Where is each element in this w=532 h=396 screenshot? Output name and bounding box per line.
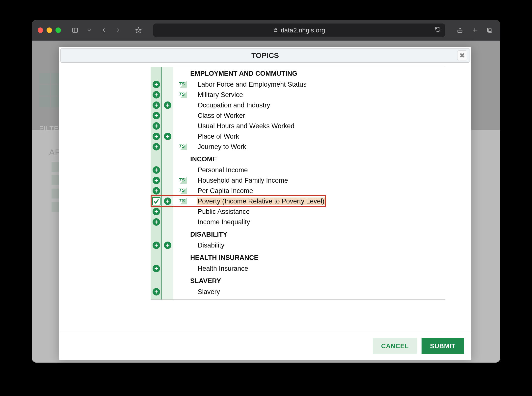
topic-label: Military Service — [198, 91, 243, 99]
time-series-badge: TS — [177, 81, 187, 88]
add-topic-col-a-button[interactable] — [153, 133, 160, 140]
svg-rect-10 — [155, 84, 158, 85]
svg-rect-34 — [166, 201, 169, 202]
topic-row[interactable]: Usual Hours and Weeks Worked — [151, 121, 445, 131]
topic-row[interactable]: TSPer Capita Income — [151, 186, 445, 196]
svg-rect-16 — [166, 105, 169, 106]
svg-rect-18 — [155, 115, 158, 116]
add-topic-col-a-button[interactable] — [153, 288, 160, 296]
close-window-button[interactable] — [38, 27, 43, 33]
forward-button[interactable] — [113, 25, 123, 35]
add-topic-col-a-button[interactable] — [153, 265, 160, 272]
topic-row[interactable]: Personal Income — [151, 165, 445, 175]
topics-list: EMPLOYMENT AND COMMUTINGTSLabor Force an… — [151, 67, 445, 299]
add-topic-col-b-button[interactable] — [164, 242, 171, 249]
topic-row[interactable]: TSLabor Force and Employment Status — [151, 79, 445, 90]
page-viewport: FILTER APF TOPICS ✖ EMPLOYMENT AND COMMU… — [32, 41, 500, 363]
topic-label: Per Capita Income — [198, 187, 253, 195]
back-button[interactable] — [99, 25, 108, 35]
topic-label: Public Assistance — [198, 208, 250, 216]
lock-icon — [273, 26, 278, 34]
submit-button[interactable]: SUBMIT — [422, 338, 464, 354]
topic-row[interactable]: TSJourney to Work — [151, 142, 445, 152]
time-series-badge: TS — [177, 92, 187, 98]
add-topic-col-a-button[interactable] — [153, 177, 160, 184]
sidebar-toggle-button[interactable] — [70, 25, 80, 35]
topic-label: Personal Income — [198, 166, 248, 174]
group-title: HEALTH INSURANCE — [190, 254, 259, 262]
time-series-badge: TS — [177, 198, 187, 204]
topic-row[interactable]: Income Inequality — [151, 217, 445, 227]
svg-rect-14 — [155, 105, 158, 106]
topic-row[interactable]: Occupation and Industry — [151, 100, 445, 110]
add-topic-col-b-button[interactable] — [164, 198, 171, 205]
svg-rect-28 — [155, 170, 158, 171]
topic-label: Poverty (Income Relative to Poverty Leve… — [197, 198, 325, 205]
url-text: data2.nhgis.org — [281, 26, 325, 34]
topic-row[interactable]: Class of Worker — [151, 110, 445, 121]
topic-row[interactable]: TSPoverty (Income Relative to Poverty Le… — [151, 196, 445, 206]
url-bar[interactable]: data2.nhgis.org — [153, 24, 445, 37]
tab-group-dropdown[interactable] — [85, 25, 94, 35]
topic-label: Health Insurance — [198, 265, 248, 272]
dialog-body: EMPLOYMENT AND COMMUTINGTSLabor Force an… — [69, 67, 461, 332]
add-topic-col-a-button[interactable] — [153, 166, 160, 174]
maximize-window-button[interactable] — [55, 27, 61, 33]
add-topic-col-b-button[interactable] — [164, 133, 171, 140]
svg-rect-42 — [166, 245, 169, 246]
bookmark-button[interactable] — [134, 25, 143, 35]
topics-dialog: TOPICS ✖ EMPLOYMENT AND COMMUTINGTSLabor… — [59, 47, 471, 360]
add-topic-col-a-button[interactable] — [153, 143, 160, 150]
add-topic-col-a-button[interactable] — [153, 187, 160, 195]
topic-row[interactable]: Disability — [151, 240, 445, 250]
topic-label: Class of Worker — [198, 112, 245, 120]
svg-rect-0 — [73, 28, 78, 32]
add-topic-col-a-button[interactable] — [153, 208, 160, 215]
time-series-badge: TS — [177, 188, 187, 194]
topic-row[interactable]: Health Insurance — [151, 263, 445, 274]
svg-rect-36 — [155, 211, 158, 212]
time-series-badge: TS — [177, 177, 187, 184]
svg-rect-8 — [487, 28, 491, 31]
svg-rect-7 — [488, 29, 492, 32]
add-topic-col-a-button[interactable] — [153, 101, 160, 109]
group-title: EMPLOYMENT AND COMMUTING — [190, 70, 297, 77]
dialog-footer: CANCEL SUBMIT — [59, 332, 471, 360]
topic-row[interactable]: Slavery — [151, 287, 445, 297]
tabs-overview-button[interactable] — [485, 25, 494, 35]
topics-list-panel: EMPLOYMENT AND COMMUTINGTSLabor Force an… — [151, 67, 445, 300]
cancel-button[interactable]: CANCEL — [373, 338, 417, 354]
topic-row[interactable]: Public Assistance — [151, 206, 445, 217]
svg-rect-30 — [155, 180, 158, 181]
topic-selected-checkbox[interactable] — [152, 197, 160, 205]
add-topic-col-b-button[interactable] — [164, 101, 171, 109]
topic-label: Slavery — [198, 288, 220, 296]
add-topic-col-a-button[interactable] — [153, 81, 160, 88]
minimize-window-button[interactable] — [47, 27, 52, 33]
topic-label: Occupation and Industry — [198, 101, 270, 109]
dialog-close-button[interactable]: ✖ — [457, 50, 467, 60]
group-title: DISABILITY — [190, 231, 227, 238]
svg-rect-3 — [274, 30, 277, 32]
svg-rect-40 — [155, 245, 158, 246]
add-topic-col-a-button[interactable] — [153, 91, 160, 99]
svg-rect-12 — [155, 95, 158, 95]
svg-rect-20 — [155, 126, 158, 126]
add-topic-col-a-button[interactable] — [153, 242, 160, 249]
add-topic-col-a-button[interactable] — [153, 112, 160, 119]
topic-row[interactable]: Place of Work — [151, 131, 445, 142]
add-topic-col-a-button[interactable] — [153, 218, 160, 226]
topic-row[interactable]: TSMilitary Service — [151, 90, 445, 100]
window-controls — [38, 27, 61, 33]
close-icon: ✖ — [459, 52, 465, 59]
topic-label: Income Inequality — [198, 218, 250, 226]
browser-window: data2.nhgis.org FILTER APF — [32, 20, 500, 363]
svg-rect-26 — [155, 147, 158, 147]
reload-button[interactable] — [435, 26, 441, 34]
svg-rect-44 — [155, 268, 158, 269]
topic-label: Journey to Work — [198, 143, 246, 151]
share-button[interactable] — [455, 25, 465, 35]
add-topic-col-a-button[interactable] — [153, 122, 160, 130]
new-tab-button[interactable] — [470, 25, 479, 35]
topic-row[interactable]: TSHousehold and Family Income — [151, 175, 445, 186]
